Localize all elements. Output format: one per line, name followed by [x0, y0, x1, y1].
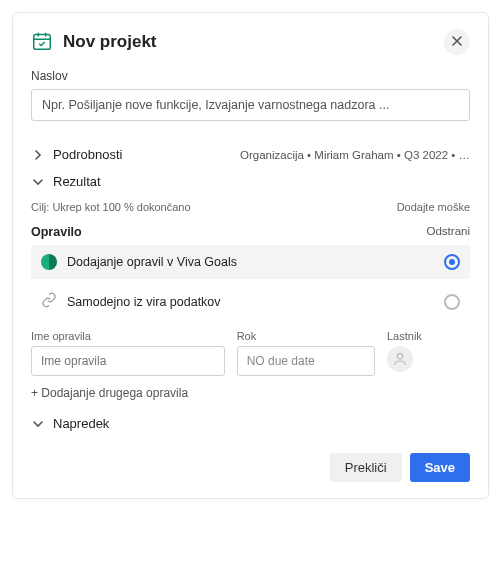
task-due-input[interactable]: NO due date — [237, 346, 375, 376]
chevron-right-icon — [31, 148, 45, 162]
chevron-down-icon — [31, 417, 45, 431]
add-another-task-link[interactable]: + Dodajanje drugega opravila — [31, 386, 470, 400]
viva-goals-icon — [41, 254, 57, 270]
task-option-datasource[interactable]: Samodejno iz vira podatkov — [31, 283, 470, 320]
details-section-toggle[interactable]: Podrobnosti Organizacija • Miriam Graham… — [31, 147, 470, 162]
chevron-down-icon — [31, 175, 45, 189]
panel-header: Nov projekt — [31, 29, 470, 55]
task-fields: Ime opravila Rok NO due date Lastnik — [31, 330, 470, 376]
task-option-label: Dodajanje opravil v Viva Goals — [67, 255, 434, 269]
details-label: Podrobnosti — [53, 147, 232, 162]
add-metric-link[interactable]: Dodajte moške — [397, 201, 470, 213]
panel-footer: Prekliči Save — [31, 453, 470, 482]
panel-title: Nov projekt — [63, 32, 434, 52]
close-icon — [451, 34, 463, 50]
progress-label: Napredek — [53, 416, 470, 431]
radio-unselected-icon — [444, 294, 460, 310]
close-button[interactable] — [444, 29, 470, 55]
owner-avatar-placeholder[interactable] — [387, 346, 413, 372]
datasource-icon — [41, 292, 57, 311]
result-section-toggle[interactable]: Rezultat — [31, 174, 470, 189]
task-remove-link[interactable]: Odstrani — [427, 225, 470, 239]
goal-text: Cilj: Ukrep kot 100 % dokončano — [31, 201, 191, 213]
svg-point-1 — [397, 354, 402, 359]
task-option-viva[interactable]: Dodajanje opravil v Viva Goals — [31, 245, 470, 279]
task-name-label: Ime opravila — [31, 330, 225, 342]
task-name-input[interactable] — [31, 346, 225, 376]
project-icon — [31, 30, 53, 55]
title-input[interactable] — [31, 89, 470, 121]
radio-selected-icon — [444, 254, 460, 270]
cancel-button[interactable]: Prekliči — [330, 453, 402, 482]
task-owner-label: Lastnik — [387, 330, 470, 342]
task-label: Opravilo — [31, 225, 82, 239]
task-due-label: Rok — [237, 330, 375, 342]
save-button[interactable]: Save — [410, 453, 470, 482]
task-header: Opravilo Odstrani — [31, 225, 470, 239]
svg-rect-0 — [34, 34, 51, 49]
details-meta: Organizacija • Miriam Graham • Q3 2022 •… — [240, 149, 470, 161]
new-project-panel: Nov projekt Naslov Podrobnosti Organizac… — [12, 12, 489, 499]
result-subtext: Cilj: Ukrep kot 100 % dokončano Dodajte … — [31, 201, 470, 213]
task-option-label: Samodejno iz vira podatkov — [67, 295, 434, 309]
progress-section-toggle[interactable]: Napredek — [31, 416, 470, 431]
result-label: Rezultat — [53, 174, 470, 189]
title-label: Naslov — [31, 69, 470, 83]
